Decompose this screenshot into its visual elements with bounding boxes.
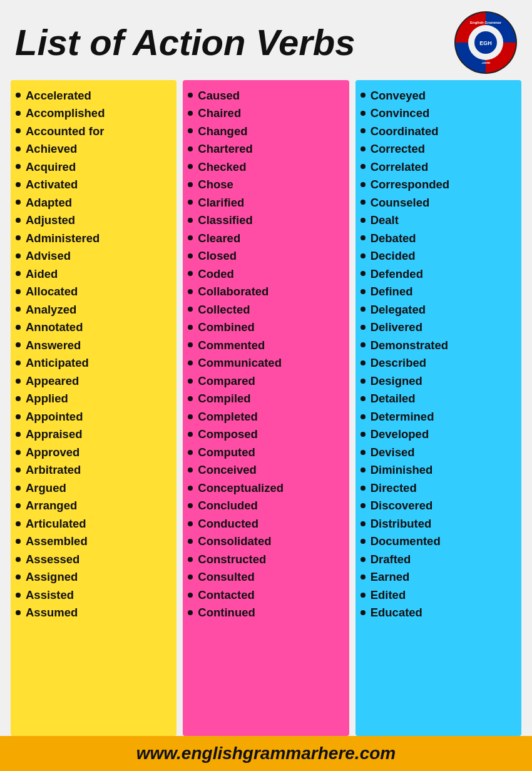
bullet-icon <box>16 467 21 472</box>
list-item: Adapted <box>16 193 171 212</box>
bullet-icon <box>16 432 21 437</box>
word-label: Aided <box>26 266 58 282</box>
bullet-icon <box>188 235 193 240</box>
list-item: Composed <box>188 426 344 444</box>
list-item: Cleared <box>188 229 344 247</box>
columns-container: AcceleratedAccomplishedAccounted forAchi… <box>0 80 532 736</box>
list-item: Commented <box>188 336 344 354</box>
list-item: Appointed <box>16 407 171 426</box>
word-label: Administered <box>26 230 100 247</box>
list-item: Computed <box>188 443 344 461</box>
list-item: Articulated <box>16 514 171 533</box>
word-label: Collected <box>198 302 250 318</box>
bullet-icon <box>361 200 366 205</box>
list-item: Defined <box>361 283 516 301</box>
bullet-icon <box>16 128 21 133</box>
list-item: Anticipated <box>16 354 171 372</box>
word-label: Argued <box>26 480 66 496</box>
word-label: Appeared <box>26 373 79 389</box>
column-2: CausedChairedChangedCharteredCheckedChos… <box>183 80 349 736</box>
bullet-icon <box>188 218 193 223</box>
bullet-icon <box>361 414 366 419</box>
list-item: Developed <box>361 426 516 444</box>
bullet-icon <box>16 235 21 240</box>
list-item: Annotated <box>16 319 171 337</box>
word-label: Chartered <box>198 141 252 157</box>
word-label: Cleared <box>198 230 240 247</box>
word-label: Communicated <box>198 355 282 371</box>
word-label: Anticipated <box>26 355 89 371</box>
bullet-icon <box>361 379 366 384</box>
logo: EGH English Grammar .com <box>454 11 517 74</box>
word-label: Advised <box>26 248 71 264</box>
bullet-icon <box>361 432 366 437</box>
word-label: Corrected <box>371 141 425 157</box>
bullet-icon <box>361 593 366 598</box>
word-label: Delivered <box>371 319 422 335</box>
bullet-icon <box>16 200 21 205</box>
list-item: Conceptualized <box>188 479 344 497</box>
list-item: Assumed <box>16 604 171 622</box>
list-item: Described <box>361 354 516 372</box>
list-item: Correlated <box>361 158 516 176</box>
word-label: Consolidated <box>198 533 271 549</box>
word-label: Arranged <box>26 498 77 514</box>
word-label: Coded <box>198 266 234 282</box>
list-item: Appraised <box>16 426 171 444</box>
list-item: Concluded <box>188 497 344 515</box>
word-label: Corresponded <box>371 176 449 193</box>
word-label: Consulted <box>198 569 254 585</box>
list-item: Closed <box>188 247 344 265</box>
word-label: Conceptualized <box>198 480 284 496</box>
bullet-icon <box>361 235 366 240</box>
word-label: Conveyed <box>371 88 426 104</box>
word-label: Answered <box>26 337 81 354</box>
list-item: Demonstrated <box>361 336 516 354</box>
word-label: Articulated <box>26 516 86 532</box>
bullet-icon <box>188 539 193 544</box>
bullet-icon <box>188 164 193 169</box>
word-label: Constructed <box>198 551 266 568</box>
list-item: Conducted <box>188 514 344 533</box>
bullet-icon <box>188 182 193 187</box>
list-item: Corresponded <box>361 176 516 194</box>
word-label: Assigned <box>26 569 78 585</box>
bullet-icon <box>188 128 193 133</box>
bullet-icon <box>361 218 366 223</box>
bullet-icon <box>188 557 193 562</box>
list-item: Chartered <box>188 140 344 158</box>
word-label: Devised <box>371 444 415 461</box>
list-item: Arbitrated <box>16 461 171 479</box>
word-label: Accomplished <box>26 105 105 121</box>
bullet-icon <box>16 360 21 365</box>
list-item: Corrected <box>361 140 516 158</box>
word-label: Combined <box>198 319 254 335</box>
bullet-icon <box>188 610 193 615</box>
word-label: Coordinated <box>371 123 439 140</box>
bullet-icon <box>361 307 366 312</box>
word-label: Developed <box>371 426 429 442</box>
list-item: Debated <box>361 229 516 247</box>
list-item: Educated <box>361 604 516 622</box>
list-item: Assigned <box>16 568 171 586</box>
bullet-icon <box>188 432 193 437</box>
word-label: Conducted <box>198 516 258 532</box>
bullet-icon <box>361 486 366 491</box>
list-item: Decided <box>361 247 516 265</box>
bullet-icon <box>16 342 21 347</box>
list-item: Assisted <box>16 586 171 604</box>
list-item: Assembled <box>16 533 171 551</box>
bullet-icon <box>361 164 366 169</box>
word-label: Documented <box>371 533 441 549</box>
list-item: Acquired <box>16 158 171 176</box>
list-item: Appeared <box>16 372 171 390</box>
word-label: Earned <box>371 569 410 585</box>
list-item: Drafted <box>361 550 516 568</box>
word-label: Computed <box>198 444 255 461</box>
list-item: Administered <box>16 229 171 247</box>
word-label: Chose <box>198 176 233 193</box>
list-item: Convinced <box>361 105 516 123</box>
bullet-icon <box>361 111 366 116</box>
list-item: Consulted <box>188 568 344 586</box>
word-label: Clarified <box>198 195 244 211</box>
